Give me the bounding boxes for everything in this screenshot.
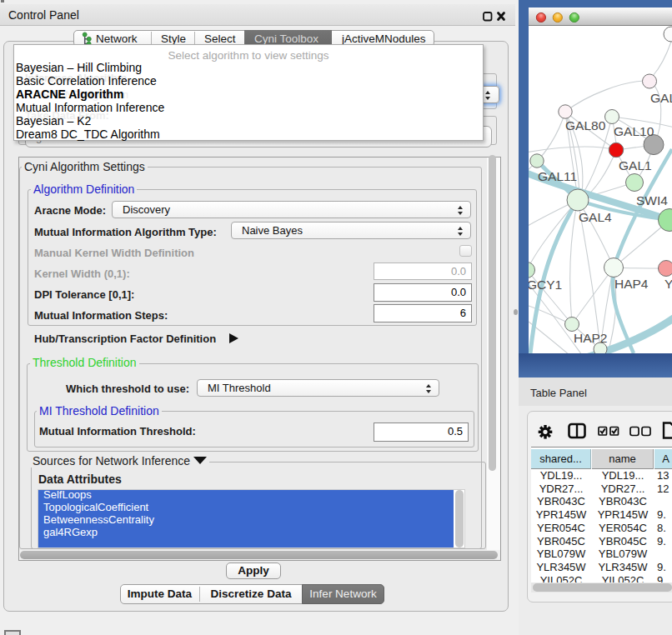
svg-text:YJR048W: YJR048W	[664, 277, 672, 291]
svg-text:HAP4: HAP4	[614, 277, 649, 291]
svg-text:GAL11: GAL11	[538, 169, 577, 183]
svg-text:GAL7: GAL7	[650, 91, 672, 105]
svg-text:SWI4: SWI4	[636, 193, 668, 208]
svg-text:GAL4: GAL4	[579, 210, 612, 224]
svg-text:GAL1: GAL1	[619, 158, 652, 172]
svg-text:HAP2: HAP2	[574, 331, 608, 345]
svg-text:GAL10: GAL10	[614, 124, 654, 138]
svg-text:GCY1: GCY1	[529, 278, 562, 292]
svg-text:GAL80: GAL80	[565, 118, 606, 132]
